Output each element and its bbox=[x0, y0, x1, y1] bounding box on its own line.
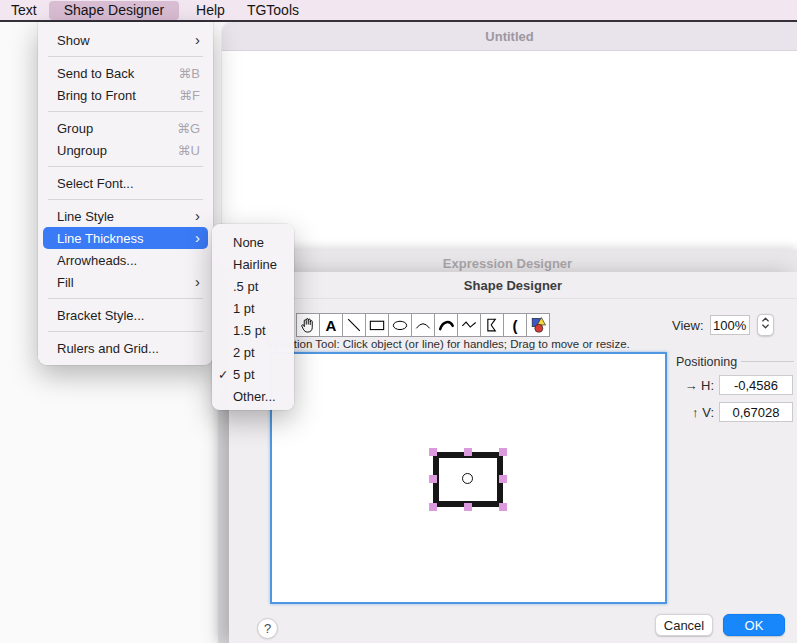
menubar-item-tgtools[interactable]: TGTools bbox=[236, 1, 310, 19]
bracket-icon: ( bbox=[513, 318, 518, 333]
menu-item-label: Rulers and Grid... bbox=[57, 341, 159, 356]
submenu-item-label: 2 pt bbox=[233, 345, 255, 360]
submenu-item-label: 1 pt bbox=[233, 301, 255, 316]
menubar-item-text[interactable]: Text bbox=[11, 1, 38, 19]
selection-handle-bottom-left[interactable] bbox=[429, 503, 437, 511]
menu-shortcut: ⌘U bbox=[178, 143, 200, 158]
selection-handle-mid-right[interactable] bbox=[499, 475, 507, 483]
ellipse-tool-button[interactable] bbox=[388, 313, 412, 337]
submenu-item-2pt[interactable]: 2 pt bbox=[212, 341, 294, 363]
shape-designer-titlebar[interactable]: Shape Designer bbox=[229, 272, 797, 299]
help-button[interactable]: ? bbox=[257, 618, 278, 639]
menu-item-show[interactable]: Show › bbox=[38, 29, 213, 51]
submenu-item-label: None bbox=[233, 235, 264, 250]
polygon-icon bbox=[482, 315, 502, 335]
positioning-title: Positioning bbox=[676, 355, 737, 369]
selection-handle-top-mid[interactable] bbox=[464, 448, 472, 456]
selection-handle-top-right[interactable] bbox=[499, 448, 507, 456]
menu-separator bbox=[48, 56, 203, 57]
selection-handle-top-left[interactable] bbox=[429, 448, 437, 456]
view-stepper[interactable] bbox=[757, 314, 774, 336]
color-shapes-icon bbox=[528, 315, 548, 335]
checkmark-icon: ✓ bbox=[218, 367, 228, 382]
submenu-chevron-icon: › bbox=[195, 208, 200, 223]
menu-item-line-thickness[interactable]: Line Thickness › bbox=[43, 227, 208, 249]
canvas[interactable] bbox=[270, 352, 667, 604]
menu-item-fill[interactable]: Fill › bbox=[38, 271, 213, 293]
arc-icon bbox=[413, 315, 433, 335]
submenu-item-label: Other... bbox=[233, 389, 276, 404]
submenu-item-1-5pt[interactable]: 1.5 pt bbox=[212, 319, 294, 341]
v-coordinate-label: ↑ V: bbox=[665, 405, 714, 420]
ok-button[interactable]: OK bbox=[723, 614, 785, 636]
menu-item-select-font[interactable]: Select Font... bbox=[38, 172, 213, 194]
menu-item-arrowheads[interactable]: Arrowheads... bbox=[38, 249, 213, 271]
submenu-item-1pt[interactable]: 1 pt bbox=[212, 297, 294, 319]
menu-item-send-to-back[interactable]: Send to Back ⌘B bbox=[38, 62, 213, 84]
menu-shortcut: ⌘G bbox=[177, 121, 200, 136]
menu-item-label: Arrowheads... bbox=[57, 253, 137, 268]
menu-item-line-style[interactable]: Line Style › bbox=[38, 205, 213, 227]
submenu-item-none[interactable]: None bbox=[212, 231, 294, 253]
menu-item-label: Bring to Front bbox=[57, 88, 136, 103]
menu-separator bbox=[48, 331, 203, 332]
color-tool-button[interactable] bbox=[526, 313, 550, 337]
menu-separator bbox=[48, 166, 203, 167]
selection-handle-mid-left[interactable] bbox=[429, 475, 437, 483]
selection-handle-bottom-mid[interactable] bbox=[464, 503, 472, 511]
positioning-divider bbox=[741, 361, 794, 362]
curve-tool-button[interactable] bbox=[434, 313, 458, 337]
menu-item-label: Bracket Style... bbox=[57, 308, 144, 323]
submenu-item-label: .5 pt bbox=[233, 279, 258, 294]
submenu-item-5pt[interactable]: ✓ 5 pt bbox=[212, 363, 294, 385]
ellipse-icon bbox=[390, 315, 410, 335]
menubar-item-help[interactable]: Help bbox=[185, 1, 236, 19]
untitled-titlebar[interactable]: Untitled bbox=[222, 22, 797, 51]
menu-item-group[interactable]: Group ⌘G bbox=[38, 117, 213, 139]
tool-instruction-text: Selection Tool: Click object (or line) f… bbox=[265, 338, 630, 350]
submenu-chevron-icon: › bbox=[195, 230, 200, 245]
submenu-item-label: Hairline bbox=[233, 257, 277, 272]
submenu-item-label: 5 pt bbox=[233, 367, 255, 382]
shape-center-circle bbox=[462, 473, 473, 484]
menu-separator bbox=[48, 298, 203, 299]
text-tool-button[interactable]: A bbox=[319, 313, 343, 337]
view-zoom-input[interactable] bbox=[710, 315, 750, 335]
submenu-item-half-pt[interactable]: .5 pt bbox=[212, 275, 294, 297]
menu-item-label: Group bbox=[57, 121, 93, 136]
submenu-chevron-icon: › bbox=[195, 274, 200, 289]
submenu-item-other[interactable]: Other... bbox=[212, 385, 294, 407]
h-coordinate-input[interactable] bbox=[719, 375, 793, 395]
h-coordinate-label: → H: bbox=[665, 378, 714, 393]
menu-shortcut: ⌘F bbox=[179, 88, 200, 103]
polygon-tool-button[interactable] bbox=[480, 313, 504, 337]
positioning-h-row: → H: bbox=[665, 375, 797, 395]
positioning-v-row: ↑ V: bbox=[665, 402, 797, 422]
line-tool-button[interactable] bbox=[342, 313, 366, 337]
rectangle-tool-button[interactable] bbox=[365, 313, 389, 337]
selection-handle-bottom-right[interactable] bbox=[499, 503, 507, 511]
menu-item-ungroup[interactable]: Ungroup ⌘U bbox=[38, 139, 213, 161]
menu-bar: Text Shape Designer Help TGTools bbox=[0, 0, 797, 20]
menu-item-label: Ungroup bbox=[57, 143, 107, 158]
menu-separator bbox=[48, 199, 203, 200]
polyline-icon bbox=[459, 315, 479, 335]
menu-item-bracket-style[interactable]: Bracket Style... bbox=[38, 304, 213, 326]
menubar-item-shape-designer[interactable]: Shape Designer bbox=[49, 1, 179, 20]
expression-designer-title: Expression Designer bbox=[443, 256, 572, 271]
stepper-chevrons-icon bbox=[760, 315, 771, 335]
shape-designer-title: Shape Designer bbox=[464, 278, 562, 293]
rectangle-icon bbox=[367, 315, 387, 335]
line-thickness-submenu: None Hairline .5 pt 1 pt 1.5 pt 2 pt ✓ 5… bbox=[212, 224, 294, 410]
menu-item-rulers-and-grid[interactable]: Rulers and Grid... bbox=[38, 337, 213, 359]
bracket-tool-button[interactable]: ( bbox=[503, 313, 527, 337]
hand-tool-button[interactable] bbox=[296, 313, 320, 337]
menu-item-bring-to-front[interactable]: Bring to Front ⌘F bbox=[38, 84, 213, 106]
v-coordinate-input[interactable] bbox=[719, 402, 793, 422]
submenu-item-hairline[interactable]: Hairline bbox=[212, 253, 294, 275]
menu-item-label: Select Font... bbox=[57, 176, 134, 191]
menu-separator bbox=[48, 111, 203, 112]
cancel-button[interactable]: Cancel bbox=[655, 614, 713, 636]
arc-tool-button[interactable] bbox=[411, 313, 435, 337]
polyline-tool-button[interactable] bbox=[457, 313, 481, 337]
